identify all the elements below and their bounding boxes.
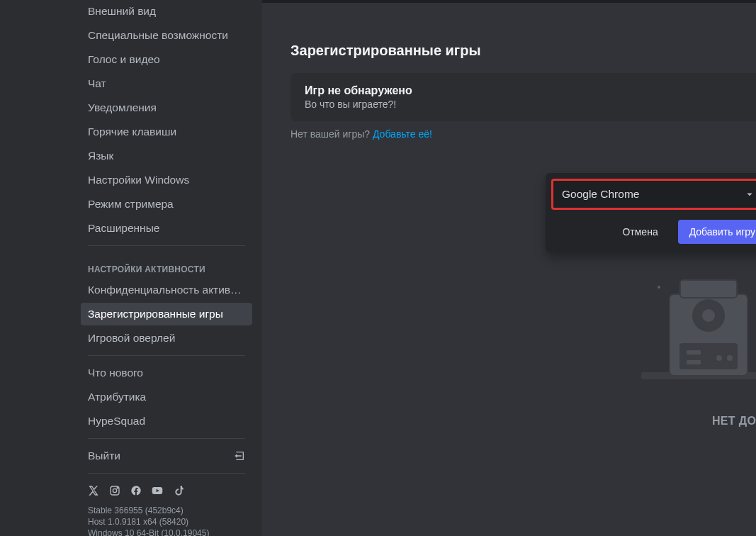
- svg-point-2: [117, 488, 118, 488]
- sidebar-item-appearance[interactable]: Внешний вид: [81, 0, 252, 23]
- select-value: Google Chrome: [562, 188, 639, 201]
- popover-actions: Отмена Добавить игру: [551, 220, 756, 244]
- sidebar-item-label: Настройки Windows: [88, 173, 189, 187]
- sidebar-item-label: Что нового: [88, 366, 143, 380]
- sidebar-item-windows-settings[interactable]: Настройки Windows: [81, 169, 252, 191]
- sidebar-item-label: Игровой оверлей: [88, 331, 175, 345]
- sidebar-item-keybinds[interactable]: Горячие клавиши: [81, 121, 252, 143]
- version-line: Stable 366955 (452b9c4): [88, 505, 245, 516]
- left-gutter: [0, 0, 71, 536]
- settings-sidebar: Внешний вид Специальные возможности Голо…: [71, 0, 262, 536]
- sidebar-item-label: Горячие клавиши: [88, 125, 176, 139]
- sidebar-item-label: Выйти: [88, 449, 120, 463]
- sidebar-item-streamer-mode[interactable]: Режим стримера: [81, 193, 252, 216]
- sidebar-item-chat[interactable]: Чат: [81, 72, 252, 95]
- sidebar-heading-activity: НАСТРОЙКИ АКТИВНОСТИ: [81, 252, 252, 279]
- svg-point-26: [716, 354, 723, 362]
- sidebar-item-label: Чат: [88, 77, 106, 91]
- add-game-button[interactable]: Добавить игру: [678, 220, 756, 244]
- chevron-down-icon: [743, 188, 756, 201]
- svg-rect-25: [686, 359, 701, 365]
- add-game-link[interactable]: Добавьте её!: [373, 128, 432, 140]
- hint-text: Нет вашей игры?: [290, 128, 373, 140]
- svg-point-32: [658, 286, 660, 289]
- sidebar-item-label: Атрибутика: [88, 390, 146, 404]
- sidebar-item-label: Специальные возможности: [88, 28, 228, 43]
- sidebar-item-label: Голос и видео: [88, 52, 160, 67]
- svg-point-1: [113, 488, 116, 492]
- tiktok-icon[interactable]: [173, 485, 184, 496]
- add-game-hint: Нет вашей игры? Добавьте её!: [290, 128, 728, 140]
- sidebar-divider: [88, 245, 245, 246]
- twitter-x-icon[interactable]: [88, 485, 99, 496]
- youtube-icon[interactable]: [152, 485, 163, 496]
- card-title: Игр не обнаружено: [305, 84, 742, 97]
- sidebar-item-voice-video[interactable]: Голос и видео: [81, 48, 252, 71]
- cancel-button[interactable]: Отмена: [611, 220, 669, 244]
- sidebar-item-label: Язык: [88, 149, 113, 163]
- sidebar-item-language[interactable]: Язык: [81, 145, 252, 167]
- sidebar-item-advanced[interactable]: Расширенные: [81, 217, 252, 240]
- sidebar-item-logout[interactable]: Выйти: [81, 445, 252, 467]
- facebook-icon[interactable]: [130, 485, 142, 496]
- sidebar-divider: [88, 473, 245, 474]
- sidebar-item-label: Конфиденциальность актив…: [88, 283, 242, 297]
- sidebar-item-activity-privacy[interactable]: Конфиденциальность актив…: [81, 279, 252, 301]
- sidebar-item-label: Режим стримера: [88, 197, 174, 211]
- svg-rect-24: [686, 350, 701, 355]
- sidebar-item-label: Внешний вид: [88, 4, 156, 18]
- version-line: Windows 10 64-Bit (10.0.19045): [88, 527, 245, 536]
- sidebar-item-whats-new[interactable]: Что нового: [81, 362, 252, 384]
- svg-point-22: [701, 308, 716, 323]
- sidebar-item-label: Зарегистрированные игры: [88, 307, 223, 321]
- logout-icon: [234, 450, 245, 462]
- no-game-card: Игр не обнаружено Во что вы играете?!: [290, 73, 756, 121]
- game-select[interactable]: Google Chrome: [551, 179, 756, 210]
- card-subtitle: Во что вы играете?!: [305, 99, 742, 110]
- version-info: Stable 366955 (452b9c4) Host 1.0.9181 x6…: [81, 499, 252, 536]
- social-links: [81, 479, 252, 499]
- empty-state-text: НЕТ ДОБАВЛЕННЫХ ИГР: [553, 415, 756, 428]
- add-game-popover: Google Chrome Отмена Добавить игру: [546, 173, 756, 252]
- sidebar-item-game-overlay[interactable]: Игровой оверлей: [81, 327, 252, 350]
- sidebar-divider: [88, 438, 245, 439]
- sidebar-item-notifications[interactable]: Уведомления: [81, 96, 252, 119]
- sidebar-item-label: Расширенные: [88, 221, 159, 235]
- svg-point-27: [726, 354, 733, 362]
- sidebar-item-accessibility[interactable]: Специальные возможности: [81, 24, 252, 47]
- sidebar-item-label: HypeSquad: [88, 414, 145, 428]
- sidebar-divider: [88, 355, 245, 356]
- main-content: Зарегистрированные игры Игр не обнаружен…: [262, 0, 756, 536]
- sidebar-item-hypesquad[interactable]: HypeSquad: [81, 410, 252, 432]
- version-line: Host 1.0.9181 x64 (58420): [88, 516, 245, 527]
- sidebar-item-registered-games[interactable]: Зарегистрированные игры: [81, 303, 252, 325]
- sidebar-item-label: Уведомления: [88, 101, 157, 115]
- window-titlebar: [262, 0, 756, 3]
- page-title: Зарегистрированные игры: [290, 43, 728, 59]
- sidebar-item-merch[interactable]: Атрибутика: [81, 386, 252, 408]
- instagram-icon[interactable]: [109, 485, 120, 496]
- svg-rect-20: [680, 280, 737, 298]
